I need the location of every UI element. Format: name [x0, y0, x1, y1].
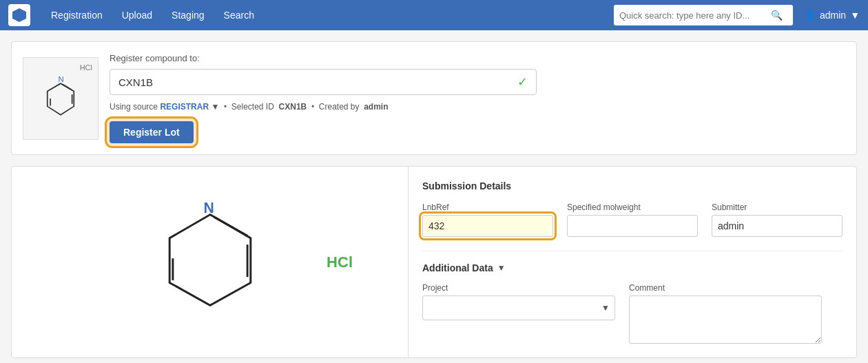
- lnbref-label: LnbRef: [422, 203, 553, 212]
- search-icon: 🔍: [771, 10, 783, 21]
- user-dropdown-icon: ▼: [850, 10, 860, 21]
- compound-preview-small: HCl N: [23, 57, 99, 140]
- compound-id-row: CXN1B ✓: [110, 69, 537, 95]
- svg-line-2: [63, 84, 72, 90]
- logo-hex-icon: [12, 8, 26, 22]
- comment-field-group: Comment: [629, 283, 822, 344]
- navbar: Registration Upload Staging Search 🔍 👤 a…: [0, 0, 868, 30]
- chevron-down-icon: ▼: [497, 263, 506, 273]
- dropdown-arrow-source[interactable]: ▼: [211, 102, 219, 112]
- molecule-structure-svg: N: [141, 194, 279, 331]
- additional-data-label: Additional Data: [422, 262, 493, 273]
- created-by-value: admin: [362, 102, 389, 112]
- additional-data-header[interactable]: Additional Data ▼: [422, 262, 843, 273]
- registrar-link[interactable]: REGISTRAR: [160, 102, 209, 112]
- register-compound-card: HCl N Register compound to: CXN1B ✓ Usin…: [11, 41, 857, 155]
- details-panel: Submission Details LnbRef Specified molw…: [409, 167, 856, 357]
- molecule-preview-svg: N: [37, 71, 85, 126]
- quick-search-box[interactable]: 🔍: [614, 5, 793, 25]
- lnbref-field-group: LnbRef: [422, 203, 553, 237]
- selected-id-label: Selected ID: [231, 102, 274, 112]
- project-select-wrapper: ▼: [422, 295, 615, 320]
- main-content: HCl N Register compound to: CXN1B ✓ Usin…: [0, 30, 868, 363]
- nav-search[interactable]: Search: [214, 0, 264, 30]
- svg-text:N: N: [59, 75, 64, 83]
- register-to-label: Register compound to:: [110, 53, 845, 63]
- register-lot-button[interactable]: Register Lot: [110, 121, 194, 143]
- using-source-label: Using source: [110, 102, 158, 112]
- nav-registration[interactable]: Registration: [41, 0, 112, 30]
- section-divider: [422, 251, 843, 251]
- submission-fields-row: LnbRef Specified molweight Submitter: [422, 203, 843, 237]
- bottom-section: N HCl Submission Details LnbRef Specifie…: [11, 166, 857, 358]
- structure-panel: N HCl: [12, 167, 409, 357]
- top-card-info: Register compound to: CXN1B ✓ Using sour…: [110, 53, 845, 143]
- nav-staging[interactable]: Staging: [162, 0, 214, 30]
- submitter-field-group: Submitter: [712, 203, 843, 237]
- user-icon: 👤: [804, 10, 816, 21]
- submission-details-title: Submission Details: [422, 180, 843, 191]
- lnbref-input[interactable]: [422, 215, 553, 237]
- project-label: Project: [422, 283, 615, 293]
- app-logo: [8, 4, 30, 26]
- user-menu[interactable]: 👤 admin ▼: [804, 10, 860, 21]
- quick-search-input[interactable]: [619, 10, 771, 21]
- additional-fields-row: Project ▼ Comment: [422, 283, 843, 344]
- hcl-label-small: HCl: [80, 63, 92, 72]
- checkmark-icon: ✓: [517, 74, 528, 90]
- molweight-field-group: Specified molweight: [567, 203, 698, 237]
- comment-textarea[interactable]: [629, 295, 822, 344]
- submitter-label: Submitter: [712, 203, 843, 212]
- submitter-input[interactable]: [712, 215, 843, 237]
- nav-upload[interactable]: Upload: [112, 0, 162, 30]
- created-by-label: Created by: [319, 102, 360, 112]
- molweight-label: Specified molweight: [567, 203, 698, 212]
- selected-id-value: CXN1B: [276, 102, 307, 112]
- svg-marker-6: [169, 214, 251, 305]
- comment-label: Comment: [629, 283, 822, 293]
- compound-id-text: CXN1B: [118, 76, 517, 88]
- source-info: Using source REGISTRAR ▼ • Selected ID C…: [110, 102, 845, 112]
- project-field-group: Project ▼: [422, 283, 615, 344]
- project-select[interactable]: [422, 295, 615, 320]
- molweight-input[interactable]: [567, 215, 698, 237]
- svg-text:N: N: [203, 200, 214, 216]
- user-name: admin: [820, 10, 846, 21]
- svg-line-7: [214, 217, 247, 236]
- hcl-label-large: HCl: [327, 253, 353, 271]
